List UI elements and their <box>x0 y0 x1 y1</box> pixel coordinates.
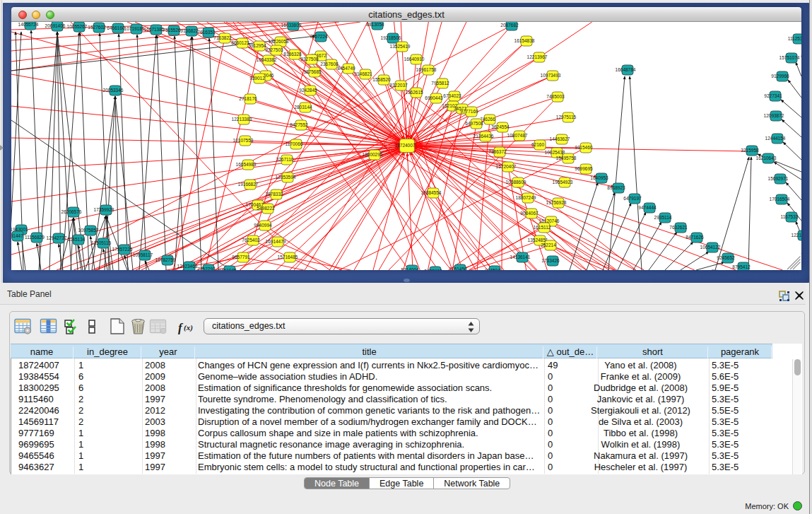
svg-text:62160: 62160 <box>531 142 544 147</box>
svg-text:20691406: 20691406 <box>45 23 66 28</box>
svg-text:9242845: 9242845 <box>299 88 317 93</box>
svg-text:10543382: 10543382 <box>257 57 277 62</box>
svg-text:8938923: 8938923 <box>607 185 625 190</box>
svg-text:18300295: 18300295 <box>363 152 383 157</box>
svg-text:9327508: 9327508 <box>300 57 319 62</box>
svg-text:12975115: 12975115 <box>556 115 577 119</box>
svg-text:7616351: 7616351 <box>197 30 216 35</box>
svg-text:16654983: 16654983 <box>236 162 257 167</box>
svg-text:10688609: 10688609 <box>506 180 526 185</box>
svg-text:8795412: 8795412 <box>732 264 751 269</box>
svg-text:12213967: 12213967 <box>527 54 548 59</box>
svg-text:15495758: 15495758 <box>556 156 577 160</box>
svg-text:10782759: 10782759 <box>155 257 176 262</box>
svg-text:9115460: 9115460 <box>575 145 593 150</box>
svg-text:3267110: 3267110 <box>276 157 294 162</box>
svg-text:9940994: 9940994 <box>254 223 272 228</box>
svg-text:2935114: 2935114 <box>654 215 672 220</box>
svg-text:19166827: 19166827 <box>238 182 259 187</box>
svg-text:7955812: 7955812 <box>431 81 449 86</box>
svg-text:8660123: 8660123 <box>231 40 249 45</box>
svg-text:10655267: 10655267 <box>67 24 88 29</box>
svg-text:2437412: 2437412 <box>424 269 442 270</box>
svg-text:6990443: 6990443 <box>425 95 443 100</box>
svg-text:7252292: 7252292 <box>197 267 216 270</box>
svg-text:1112533: 1112533 <box>788 36 801 41</box>
svg-text:8471626: 8471626 <box>686 235 704 240</box>
svg-text:1145134: 1145134 <box>68 237 86 242</box>
svg-text:1733426: 1733426 <box>541 258 560 263</box>
svg-text:6734023: 6734023 <box>443 93 461 98</box>
svg-text:991447: 991447 <box>11 233 23 238</box>
svg-text:20053346: 20053346 <box>103 88 124 93</box>
svg-text:10654122: 10654122 <box>700 245 721 250</box>
svg-text:8322037: 8322037 <box>389 83 408 88</box>
svg-text:12923468: 12923468 <box>177 264 198 269</box>
svg-text:9227341: 9227341 <box>764 93 782 98</box>
svg-text:1362615: 1362615 <box>405 90 423 95</box>
svg-text:13525419: 13525419 <box>390 44 411 49</box>
svg-text:2087682: 2087682 <box>500 23 519 28</box>
svg-text:6466160: 6466160 <box>107 25 125 30</box>
svg-text:9327503: 9327503 <box>265 47 283 52</box>
svg-text:17359928: 17359928 <box>94 207 114 212</box>
svg-text:252214: 252214 <box>541 243 556 247</box>
svg-text:1527602: 1527602 <box>88 25 106 30</box>
svg-text:10975857: 10975857 <box>78 228 99 233</box>
svg-text:15716485: 15716485 <box>278 255 298 259</box>
svg-text:1167533: 1167533 <box>781 214 799 219</box>
svg-text:2367608: 2367608 <box>320 62 339 66</box>
svg-text:10807487: 10807487 <box>507 133 528 138</box>
svg-text:18807249: 18807249 <box>516 195 536 200</box>
svg-text:16640910: 16640910 <box>404 57 425 62</box>
svg-text:9777169: 9777169 <box>460 109 478 114</box>
svg-text:19384554: 19384554 <box>421 190 442 195</box>
svg-text:9461045: 9461045 <box>218 268 237 270</box>
svg-text:12210532: 12210532 <box>792 233 801 238</box>
svg-text:14055724: 14055724 <box>18 22 39 27</box>
svg-text:12213383: 12213383 <box>232 117 252 122</box>
svg-text:10958117: 10958117 <box>133 252 153 257</box>
svg-text:16648784: 16648784 <box>616 67 636 72</box>
svg-text:10025438: 10025438 <box>545 150 565 155</box>
svg-text:3878332: 3878332 <box>265 192 283 197</box>
svg-text:7163822: 7163822 <box>213 35 232 40</box>
svg-text:18724007: 18724007 <box>395 143 416 148</box>
svg-text:12942737: 12942737 <box>47 235 67 240</box>
svg-text:1051450: 1051450 <box>449 267 467 270</box>
svg-text:16033809: 16033809 <box>281 23 302 28</box>
svg-text:16961758: 16961758 <box>416 67 437 72</box>
svg-text:16154838: 16154838 <box>514 38 535 43</box>
svg-text:10973493: 10973493 <box>541 73 561 78</box>
svg-text:7632621: 7632621 <box>669 225 688 230</box>
svg-text:7386372: 7386372 <box>488 149 507 154</box>
svg-text:7485003: 7485003 <box>546 94 565 99</box>
svg-text:3875685: 3875685 <box>303 69 322 74</box>
svg-text:8314004: 8314004 <box>401 267 419 270</box>
svg-text:8186328: 8186328 <box>283 52 302 57</box>
svg-text:16671385: 16671385 <box>144 27 165 32</box>
svg-text:5498222: 5498222 <box>257 206 275 211</box>
svg-text:11156829: 11156829 <box>25 235 45 240</box>
svg-text:15751074: 15751074 <box>779 55 800 60</box>
svg-text:9245652: 9245652 <box>717 255 735 260</box>
svg-text:14136141: 14136141 <box>510 255 531 259</box>
svg-text:26206576: 26206576 <box>61 209 82 214</box>
svg-text:19218506: 19218506 <box>381 35 401 40</box>
svg-text:7357224: 7357224 <box>310 34 328 39</box>
svg-text:7515526: 7515526 <box>163 28 181 33</box>
svg-text:3624554: 3624554 <box>491 124 510 129</box>
svg-text:6479197: 6479197 <box>623 196 642 201</box>
svg-text:f: f <box>178 321 184 334</box>
svg-text:994504: 994504 <box>485 268 500 270</box>
svg-text:1640953: 1640953 <box>590 175 608 180</box>
svg-text:9699695: 9699695 <box>575 166 593 171</box>
svg-text:12353594: 12353594 <box>276 175 296 180</box>
svg-text:15692971: 15692971 <box>768 176 789 181</box>
svg-text:9129966: 9129966 <box>771 74 789 78</box>
svg-text:12444154: 12444154 <box>765 136 786 141</box>
svg-text:1615112: 1615112 <box>534 225 551 230</box>
svg-text:3912954: 3912954 <box>248 43 266 48</box>
svg-text:19756928: 19756928 <box>546 200 567 205</box>
svg-text:2803144: 2803144 <box>294 105 312 110</box>
